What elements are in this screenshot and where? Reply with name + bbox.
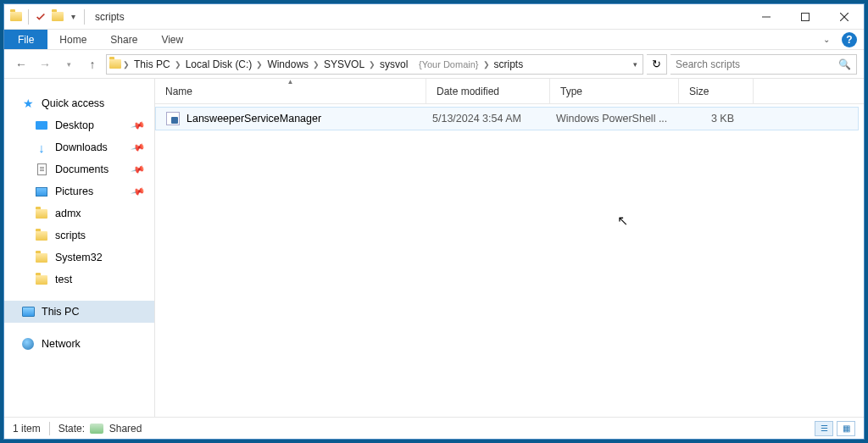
minimize-button[interactable]: [747, 4, 786, 30]
folder-icon: [35, 229, 48, 242]
close-button[interactable]: [825, 4, 864, 30]
folder-icon[interactable]: [51, 10, 64, 24]
sidebar-item-network[interactable]: Network: [4, 333, 154, 355]
sidebar-label: Pictures: [55, 186, 93, 197]
explorer-window: ▾ scripts File Home Share View ⌄ ? ← → ▾…: [3, 3, 865, 440]
column-label: Size: [689, 86, 709, 97]
sidebar-item-folder[interactable]: admx: [4, 202, 154, 224]
tab-share[interactable]: Share: [98, 30, 149, 49]
column-label: Type: [560, 86, 582, 97]
powershell-file-icon: [166, 112, 180, 125]
tab-home[interactable]: Home: [47, 30, 98, 49]
file-name: LansweeperServiceManager: [186, 113, 321, 125]
state-label: State: Shared: [58, 423, 142, 435]
help-button[interactable]: ?: [842, 32, 857, 47]
document-icon: [35, 163, 48, 176]
column-header-size[interactable]: Size: [679, 79, 754, 103]
sidebar-label: Quick access: [42, 97, 104, 109]
divider: [49, 422, 50, 435]
sidebar-label: Documents: [55, 163, 108, 175]
navigation-bar: ← → ▾ ↑ ❯ This PC ❯ Local Disk (C:) ❯ Wi…: [4, 50, 864, 79]
maximize-button[interactable]: [786, 4, 825, 30]
address-bar[interactable]: ❯ This PC ❯ Local Disk (C:) ❯ Windows ❯ …: [106, 54, 643, 75]
pin-icon: 📌: [131, 140, 147, 155]
file-date: 5/13/2024 3:54 AM: [422, 113, 546, 125]
breadcrumb-segment[interactable]: sysvol: [376, 58, 411, 70]
file-row[interactable]: LansweeperServiceManager 5/13/2024 3:54 …: [155, 107, 859, 130]
column-headers: ▲ Name Date modified Type Size: [155, 79, 864, 104]
forward-button[interactable]: →: [35, 54, 55, 75]
desktop-icon: [35, 119, 48, 132]
breadcrumb-segment[interactable]: scripts: [491, 58, 527, 70]
file-size: 3 KB: [675, 113, 744, 125]
column-header-type[interactable]: Type: [550, 79, 679, 103]
up-button[interactable]: ↑: [82, 58, 103, 71]
divider: [84, 9, 85, 25]
sidebar-item-folder[interactable]: test: [4, 269, 154, 291]
state-label-text: State:: [58, 423, 85, 435]
sidebar-quick-access[interactable]: ★ Quick access: [4, 92, 154, 114]
properties-icon[interactable]: [34, 10, 47, 24]
sidebar-label: This PC: [42, 306, 79, 318]
window-controls: [747, 4, 864, 30]
folder-icon: [108, 58, 122, 71]
history-dropdown-icon[interactable]: ▾: [58, 54, 79, 75]
column-label: Date modified: [437, 86, 499, 97]
sidebar-item-this-pc[interactable]: This PC: [4, 301, 154, 323]
sidebar-label: test: [55, 274, 72, 285]
search-input[interactable]: Search scripts 🔍: [670, 54, 857, 75]
ribbon-tabs: File Home Share View ⌄ ?: [4, 30, 864, 50]
navigation-pane: ★ Quick access Desktop 📌 ↓ Downloads 📌 D…: [4, 79, 155, 417]
chevron-right-icon[interactable]: ❯: [122, 60, 131, 69]
divider: [28, 9, 29, 25]
pin-icon: 📌: [131, 162, 147, 177]
column-label: Name: [165, 86, 192, 97]
large-icons-view-button[interactable]: ▦: [837, 421, 855, 436]
qat-dropdown-icon[interactable]: ▾: [71, 12, 75, 21]
pictures-icon: [35, 185, 48, 198]
refresh-button[interactable]: ↻: [647, 54, 667, 75]
sidebar-item-folder[interactable]: System32: [4, 246, 154, 269]
breadcrumb-domain-placeholder[interactable]: {Your Domain}: [415, 59, 482, 69]
quick-access-toolbar: ▾ scripts: [4, 9, 125, 25]
folder-icon: [9, 10, 23, 24]
sidebar-label: Network: [42, 338, 81, 350]
sidebar-item-folder[interactable]: scripts: [4, 224, 154, 246]
back-button[interactable]: ←: [11, 54, 31, 75]
ribbon-expand-icon[interactable]: ⌄: [823, 35, 830, 44]
shared-icon: [90, 424, 103, 434]
address-dropdown-icon[interactable]: ▾: [633, 60, 637, 69]
file-tab[interactable]: File: [4, 30, 47, 49]
sidebar-label: admx: [55, 208, 81, 219]
state-value: Shared: [109, 423, 142, 435]
folder-icon: [35, 251, 48, 264]
chevron-right-icon[interactable]: ❯: [482, 60, 491, 69]
sort-ascending-icon: ▲: [287, 79, 294, 86]
sidebar-item-downloads[interactable]: ↓ Downloads 📌: [4, 136, 154, 158]
breadcrumb-segment[interactable]: This PC: [131, 58, 174, 70]
sidebar-item-desktop[interactable]: Desktop 📌: [4, 114, 154, 136]
sidebar-item-documents[interactable]: Documents 📌: [4, 158, 154, 180]
status-bar: 1 item State: Shared ☰ ▦: [4, 417, 864, 439]
breadcrumb-segment[interactable]: Windows: [264, 58, 312, 70]
search-icon[interactable]: 🔍: [838, 58, 851, 70]
chevron-right-icon[interactable]: ❯: [255, 60, 264, 69]
title-bar: ▾ scripts: [4, 4, 864, 30]
breadcrumb-segment[interactable]: SYSVOL: [320, 58, 368, 70]
sidebar-label: Desktop: [55, 119, 94, 131]
file-list-pane: ▲ Name Date modified Type Size Lansweepe…: [155, 79, 864, 417]
svg-rect-1: [802, 13, 810, 20]
chevron-right-icon[interactable]: ❯: [174, 60, 182, 69]
column-header-date[interactable]: Date modified: [426, 79, 550, 103]
details-view-button[interactable]: ☰: [815, 421, 833, 436]
window-title: scripts: [95, 11, 125, 23]
pin-icon: 📌: [131, 118, 147, 133]
tab-view[interactable]: View: [149, 30, 195, 49]
star-icon: ★: [21, 97, 35, 110]
chevron-right-icon[interactable]: ❯: [368, 60, 376, 69]
column-header-name[interactable]: ▲ Name: [155, 79, 426, 103]
breadcrumb-segment[interactable]: Local Disk (C:): [182, 58, 256, 70]
network-icon: [21, 337, 35, 351]
chevron-right-icon[interactable]: ❯: [312, 60, 320, 69]
sidebar-item-pictures[interactable]: Pictures 📌: [4, 180, 154, 202]
